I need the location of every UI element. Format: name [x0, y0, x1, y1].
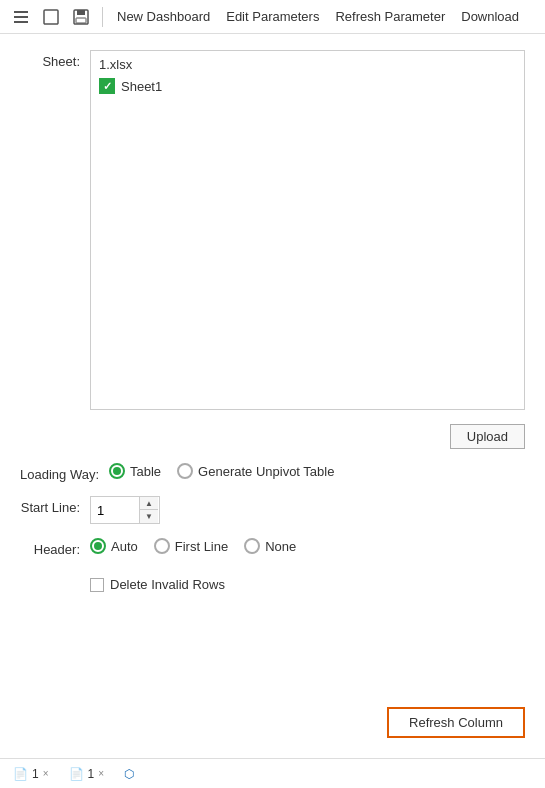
upload-row: Upload	[20, 424, 525, 449]
tab-1-close[interactable]: ×	[43, 768, 49, 779]
radio-auto-inner	[94, 542, 102, 550]
radio-table-inner	[113, 467, 121, 475]
tab-2-close[interactable]: ×	[98, 768, 104, 779]
radio-table-outer	[109, 463, 125, 479]
sheet-filename: 1.xlsx	[99, 57, 516, 72]
tab-item-1[interactable]: 📄 1 ×	[4, 763, 58, 785]
tab-1-label: 1	[32, 767, 39, 781]
radio-table-label: Table	[130, 464, 161, 479]
tab-item-2[interactable]: 📄 1 ×	[60, 763, 114, 785]
start-line-label: Start Line:	[20, 496, 90, 515]
edit-parameters-button[interactable]: Edit Parameters	[220, 5, 325, 28]
refresh-parameter-button[interactable]: Refresh Parameter	[329, 5, 451, 28]
tab-2-icon: 📄	[69, 767, 84, 781]
sheet1-checkbox[interactable]	[99, 78, 115, 94]
tab-2-label: 1	[88, 767, 95, 781]
upload-button[interactable]: Upload	[450, 424, 525, 449]
radio-none-label: None	[265, 539, 296, 554]
radio-first-outer	[154, 538, 170, 554]
start-line-up[interactable]: ▲	[140, 497, 158, 510]
header-first-line[interactable]: First Line	[154, 538, 228, 554]
start-line-down[interactable]: ▼	[140, 510, 158, 523]
header-options: Auto First Line None	[90, 538, 296, 554]
delete-invalid-row: Delete Invalid Rows	[90, 577, 525, 592]
download-button[interactable]: Download	[455, 5, 525, 28]
delete-invalid-checkbox[interactable]	[90, 578, 104, 592]
loading-way-row: Loading Way: Table Generate Unpivot Tabl…	[20, 463, 525, 482]
radio-auto-label: Auto	[111, 539, 138, 554]
sheet-item: Sheet1	[99, 76, 516, 96]
start-line-input-wrap: ▲ ▼	[90, 496, 160, 524]
svg-rect-3	[44, 10, 58, 24]
header-auto[interactable]: Auto	[90, 538, 138, 554]
svg-rect-6	[76, 18, 86, 23]
toolbar-icon-2[interactable]	[38, 4, 64, 30]
sheet-box: 1.xlsx Sheet1	[90, 50, 525, 410]
toolbar: New Dashboard Edit Parameters Refresh Pa…	[0, 0, 545, 34]
start-line-row: Start Line: ▲ ▼	[20, 496, 525, 524]
radio-none-outer	[244, 538, 260, 554]
tab-item-3[interactable]: ⬡	[115, 763, 143, 785]
refresh-column-row: Refresh Column	[20, 707, 525, 738]
start-line-input[interactable]	[91, 500, 139, 521]
svg-rect-2	[14, 21, 28, 23]
header-none[interactable]: None	[244, 538, 296, 554]
start-line-spinner: ▲ ▼	[139, 497, 158, 523]
header-label: Header:	[20, 538, 90, 557]
toolbar-icon-1[interactable]	[8, 4, 34, 30]
loading-way-unpivot[interactable]: Generate Unpivot Table	[177, 463, 334, 479]
refresh-column-button[interactable]: Refresh Column	[387, 707, 525, 738]
toolbar-icon-save[interactable]	[68, 4, 94, 30]
bottom-tabs: 📄 1 × 📄 1 × ⬡	[0, 758, 545, 788]
bottom-section: Refresh Column	[0, 707, 545, 758]
radio-unpivot-label: Generate Unpivot Table	[198, 464, 334, 479]
radio-auto-outer	[90, 538, 106, 554]
new-dashboard-button[interactable]: New Dashboard	[111, 5, 216, 28]
svg-rect-0	[14, 11, 28, 13]
spacer	[20, 592, 525, 691]
sheet1-label: Sheet1	[121, 79, 162, 94]
loading-way-options: Table Generate Unpivot Table	[109, 463, 334, 479]
header-row: Header: Auto First Line None	[20, 538, 525, 557]
loading-way-label: Loading Way:	[20, 463, 109, 482]
radio-first-label: First Line	[175, 539, 228, 554]
tab-1-icon: 📄	[13, 767, 28, 781]
loading-way-table[interactable]: Table	[109, 463, 161, 479]
svg-rect-1	[14, 16, 28, 18]
toolbar-divider	[102, 7, 103, 27]
sheet-row: Sheet: 1.xlsx Sheet1	[20, 50, 525, 410]
svg-rect-5	[77, 10, 85, 15]
main-content: Sheet: 1.xlsx Sheet1 Upload Loading Way:…	[0, 34, 545, 707]
tab-3-icon: ⬡	[124, 767, 134, 781]
delete-invalid-label: Delete Invalid Rows	[110, 577, 225, 592]
sheet-label: Sheet:	[20, 50, 90, 69]
radio-unpivot-outer	[177, 463, 193, 479]
